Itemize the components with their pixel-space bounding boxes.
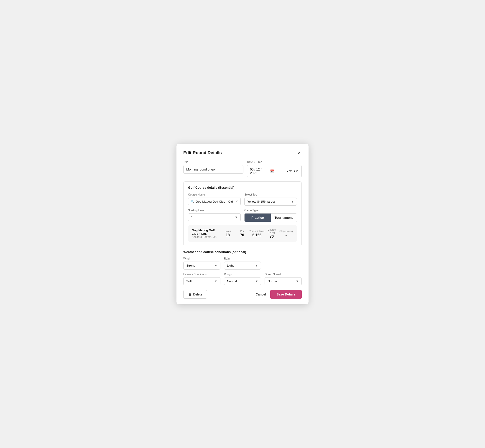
course-name-group: Course Name 🔍 ✕ bbox=[188, 193, 241, 206]
slope-rating-stat: Slope rating - bbox=[279, 230, 293, 237]
weather-section-title: Weather and course conditions (optional) bbox=[183, 250, 302, 254]
select-tee-group: Select Tee Yellow (6,156 yards) ▼ bbox=[244, 193, 297, 206]
wind-rain-row: Wind Strong ▼ Rain Light ▼ bbox=[183, 257, 302, 270]
par-label: Par bbox=[235, 230, 249, 232]
date-value: 05 / 12 / 2021 bbox=[250, 168, 269, 175]
chevron-down-icon-wind: ▼ bbox=[215, 264, 218, 267]
chevron-down-icon: ▼ bbox=[291, 200, 294, 203]
rain-dropdown[interactable]: Light ▼ bbox=[224, 262, 261, 270]
par-value: 70 bbox=[235, 233, 249, 237]
date-part[interactable]: 05 / 12 / 2021 📅 bbox=[247, 165, 277, 177]
par-stat: Par 70 bbox=[235, 230, 249, 237]
holes-label: Holes bbox=[220, 230, 235, 232]
chevron-down-icon-fairway: ▼ bbox=[215, 280, 218, 283]
close-button[interactable]: × bbox=[297, 150, 302, 155]
edit-round-modal: Edit Round Details × Title Date & Time 0… bbox=[177, 144, 308, 304]
time-value: 7:31 AM bbox=[287, 169, 298, 173]
game-type-label: Game Type bbox=[244, 209, 297, 212]
rain-group: Rain Light ▼ bbox=[224, 257, 261, 270]
starting-hole-dropdown[interactable]: 1 ▼ bbox=[188, 213, 241, 221]
wind-dropdown[interactable]: Strong ▼ bbox=[183, 262, 220, 270]
time-part[interactable]: 7:31 AM bbox=[277, 165, 301, 177]
green-speed-label: Green Speed bbox=[265, 273, 302, 276]
datetime-field-group: Date & Time 05 / 12 / 2021 📅 7:31 AM bbox=[247, 160, 302, 177]
course-info-name: Gog Magog Golf Club - Old, bbox=[192, 229, 220, 235]
search-icon: 🔍 bbox=[191, 200, 194, 203]
green-speed-value: Normal bbox=[267, 280, 278, 283]
wind-group: Wind Strong ▼ bbox=[183, 257, 220, 270]
yards-value: 6,156 bbox=[249, 233, 265, 237]
practice-button[interactable]: Practice bbox=[244, 214, 271, 222]
wind-value: Strong bbox=[186, 264, 195, 267]
hole-gametype-row: Starting Hole 1 ▼ Game Type Practice Tou… bbox=[188, 209, 297, 222]
starting-hole-label: Starting Hole bbox=[188, 209, 241, 212]
game-type-toggle: Practice Tournament bbox=[244, 213, 297, 222]
course-info-row: Gog Magog Golf Club - Old, Shelford Bott… bbox=[188, 225, 297, 242]
save-details-button[interactable]: Save Details bbox=[270, 290, 302, 299]
course-rating-label: Course rating bbox=[265, 228, 279, 234]
course-name-label: Course Name bbox=[188, 193, 241, 196]
cancel-button[interactable]: Cancel bbox=[256, 293, 266, 296]
title-label: Title bbox=[183, 160, 243, 164]
fairway-label: Fairway Conditions bbox=[183, 273, 220, 276]
modal-title: Edit Round Details bbox=[183, 150, 222, 155]
select-tee-label: Select Tee bbox=[244, 193, 297, 196]
calendar-icon: 📅 bbox=[270, 169, 274, 173]
rain-label: Rain bbox=[224, 257, 261, 260]
top-fields: Title Date & Time 05 / 12 / 2021 📅 7:31 … bbox=[183, 160, 302, 177]
datetime-label: Date & Time bbox=[247, 160, 302, 164]
rough-value: Normal bbox=[227, 280, 237, 283]
yards-stat: Yards(Yellow) 6,156 bbox=[249, 230, 265, 237]
starting-hole-value: 1 bbox=[191, 216, 193, 219]
slope-rating-label: Slope rating bbox=[279, 230, 293, 232]
title-input[interactable] bbox=[183, 165, 243, 174]
modal-header: Edit Round Details × bbox=[183, 150, 302, 155]
wind-label: Wind bbox=[183, 257, 220, 260]
footer-right: Cancel Save Details bbox=[256, 290, 302, 299]
fairway-value: Soft bbox=[186, 280, 192, 283]
green-speed-dropdown[interactable]: Normal ▼ bbox=[265, 277, 302, 285]
fairway-group: Fairway Conditions Soft ▼ bbox=[183, 273, 220, 285]
green-speed-group: Green Speed Normal ▼ bbox=[265, 273, 302, 285]
rough-group: Rough Normal ▼ bbox=[224, 273, 261, 285]
fairway-rough-green-row: Fairway Conditions Soft ▼ Rough Normal ▼… bbox=[183, 273, 302, 285]
holes-value: 18 bbox=[220, 233, 235, 237]
footer-row: 🗑 Delete Cancel Save Details bbox=[183, 290, 302, 299]
golf-section-title: Golf Course details (Essential) bbox=[188, 186, 297, 189]
rough-dropdown[interactable]: Normal ▼ bbox=[224, 277, 261, 285]
datetime-row: 05 / 12 / 2021 📅 7:31 AM bbox=[247, 165, 302, 177]
course-name-input[interactable] bbox=[196, 200, 234, 203]
rough-label: Rough bbox=[224, 273, 261, 276]
delete-label: Delete bbox=[193, 293, 202, 296]
clear-course-button[interactable]: ✕ bbox=[235, 200, 238, 203]
title-field-group: Title bbox=[183, 160, 243, 177]
tournament-button[interactable]: Tournament bbox=[271, 214, 297, 222]
weather-section: Weather and course conditions (optional)… bbox=[183, 250, 302, 285]
game-type-group: Game Type Practice Tournament bbox=[244, 209, 297, 222]
select-tee-value: Yellow (6,156 yards) bbox=[247, 200, 275, 203]
course-rating-stat: Course rating 70 bbox=[265, 228, 279, 239]
trash-icon: 🗑 bbox=[188, 293, 191, 296]
chevron-down-icon-2: ▼ bbox=[235, 216, 238, 219]
rain-value: Light bbox=[227, 264, 234, 267]
fairway-dropdown[interactable]: Soft ▼ bbox=[183, 277, 220, 285]
course-tee-row: Course Name 🔍 ✕ Select Tee Yellow (6,156… bbox=[188, 193, 297, 206]
chevron-down-icon-green: ▼ bbox=[296, 280, 299, 283]
course-name-col: Gog Magog Golf Club - Old, Shelford Bott… bbox=[192, 229, 220, 239]
slope-rating-value: - bbox=[279, 233, 293, 237]
course-name-input-wrap[interactable]: 🔍 ✕ bbox=[188, 198, 241, 205]
course-rating-value: 70 bbox=[265, 234, 279, 239]
chevron-down-icon-rough: ▼ bbox=[255, 280, 258, 283]
delete-button[interactable]: 🗑 Delete bbox=[183, 290, 207, 299]
chevron-down-icon-rain: ▼ bbox=[255, 264, 258, 267]
course-info-location: Shelford Bottom, UK bbox=[192, 235, 220, 239]
holes-stat: Holes 18 bbox=[220, 230, 235, 237]
yards-label: Yards(Yellow) bbox=[249, 230, 265, 232]
select-tee-dropdown[interactable]: Yellow (6,156 yards) ▼ bbox=[244, 198, 297, 206]
starting-hole-group: Starting Hole 1 ▼ bbox=[188, 209, 241, 222]
golf-course-section: Golf Course details (Essential) Course N… bbox=[183, 181, 302, 246]
